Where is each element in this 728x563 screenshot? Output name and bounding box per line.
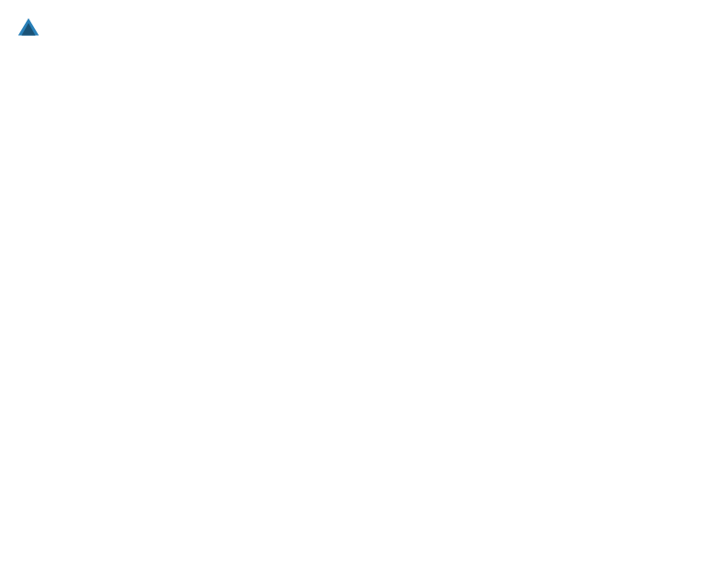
logo-icon: [15, 15, 42, 42]
page-header: [15, 15, 713, 42]
logo: [15, 15, 46, 42]
